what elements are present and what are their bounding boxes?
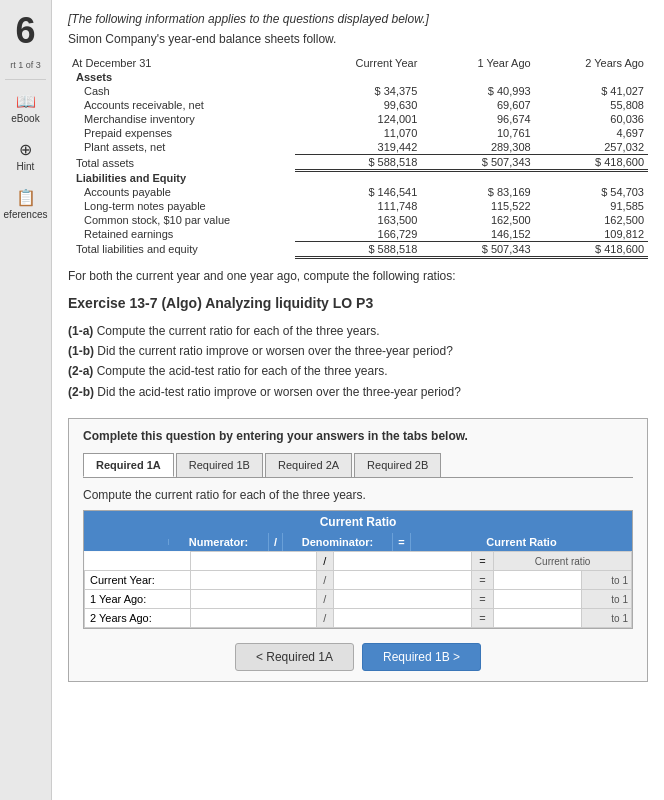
1yr-denom-input[interactable] xyxy=(339,593,466,605)
tab-req1a[interactable]: Required 1A xyxy=(83,453,174,477)
current-year-label: Current Year: xyxy=(85,571,191,590)
question-2b: (2-b) Did the acid-test ratio improve or… xyxy=(68,382,648,402)
q2b-text: Did the acid-test ratio improve or worse… xyxy=(97,385,461,399)
table-row-assets-header: Assets xyxy=(68,70,648,84)
total-liab-current: $ 588,518 xyxy=(295,241,422,257)
sidebar-item-ebook-label: eBook xyxy=(11,113,39,124)
plant-2yr: 257,032 xyxy=(535,140,648,155)
table-row-liab-header: Liabilities and Equity xyxy=(68,171,648,185)
1yr-result-cell[interactable] xyxy=(494,590,582,609)
current-year-numerator-input[interactable] xyxy=(196,574,310,586)
table-row-total-liab: Total liabilities and equity $ 588,518 $… xyxy=(68,241,648,257)
current-year-numerator-cell[interactable] xyxy=(191,571,316,590)
table-row-stock: Common stock, $10 par value 163,500 162,… xyxy=(68,213,648,227)
1yr-result-input[interactable] xyxy=(499,593,576,605)
ebook-icon: 📖 xyxy=(16,92,36,111)
tab-req2b[interactable]: Required 2B xyxy=(354,453,441,477)
tabs-row: Required 1A Required 1B Required 2A Requ… xyxy=(83,453,633,478)
q1a-text: Compute the current ratio for each of th… xyxy=(97,324,380,338)
current-year-result-cell[interactable] xyxy=(494,571,582,590)
empty-cell xyxy=(85,552,191,571)
sidebar-item-ebook[interactable]: 📖 eBook xyxy=(0,84,51,132)
2yr-tol: to 1 xyxy=(581,609,631,628)
tab-req1a-label: Required 1A xyxy=(96,459,161,471)
tab-req2a-label: Required 2A xyxy=(278,459,339,471)
q1a-label: (1-a) xyxy=(68,324,97,338)
liab-header: Liabilities and Equity xyxy=(68,171,295,185)
sidebar-divider xyxy=(5,79,46,80)
cash-1yr: $ 40,993 xyxy=(421,84,534,98)
current-year-denom-input[interactable] xyxy=(339,574,466,586)
current-year-denom-cell[interactable] xyxy=(334,571,472,590)
2yr-numerator-cell[interactable] xyxy=(191,609,316,628)
stock-current: 163,500 xyxy=(295,213,422,227)
prepaid-current: 11,070 xyxy=(295,126,422,140)
table-row-2yr-ago: 2 Years Ago: / = to 1 xyxy=(85,609,632,628)
subheader-empty xyxy=(84,539,169,545)
2yr-denom-input[interactable] xyxy=(339,612,466,624)
col-header-1yr: 1 Year Ago xyxy=(421,56,534,70)
table-row-current-year: Current Year: / = to 1 xyxy=(85,571,632,590)
ltnotes-1yr: 115,522 xyxy=(421,199,534,213)
table-row-header-note: / = Current ratio xyxy=(85,552,632,571)
2yr-result-cell[interactable] xyxy=(494,609,582,628)
sidebar-item-hint-label: Hint xyxy=(17,161,35,172)
ap-1yr: $ 83,169 xyxy=(421,185,534,199)
main-content: [The following information applies to th… xyxy=(52,0,664,800)
ratio-data-table: / = Current ratio Current Year: / = xyxy=(84,551,632,628)
subheader-denominator: Denominator: xyxy=(283,533,393,551)
current-year-eq: = xyxy=(471,571,494,590)
compute-text: Compute the current ratio for each of th… xyxy=(83,488,633,502)
nav-prev-button[interactable]: < Required 1A xyxy=(235,643,354,671)
questions-block: (1-a) Compute the current ratio for each… xyxy=(68,321,648,403)
info-text: [The following information applies to th… xyxy=(68,12,648,26)
inventory-2yr: 60,036 xyxy=(535,112,648,126)
table-row-total-assets: Total assets $ 588,518 $ 507,343 $ 418,6… xyxy=(68,155,648,171)
current-year-result-input[interactable] xyxy=(499,574,576,586)
complete-question-box: Complete this question by entering your … xyxy=(68,418,648,682)
2yr-denom-cell[interactable] xyxy=(334,609,472,628)
subheader-eq: = xyxy=(393,533,411,551)
sidebar-item-references[interactable]: 📋 eferences xyxy=(0,180,51,228)
q2b-label: (2-b) xyxy=(68,385,97,399)
question-2a: (2-a) Compute the acid-test ratio for ea… xyxy=(68,361,648,381)
2yr-eq: = xyxy=(471,609,494,628)
subheader-slash: / xyxy=(269,533,283,551)
prepaid-2yr: 4,697 xyxy=(535,126,648,140)
tab-req1b-label: Required 1B xyxy=(189,459,250,471)
1yr-label: 1 Year Ago: xyxy=(85,590,191,609)
2yr-result-input[interactable] xyxy=(499,612,576,624)
cash-2yr: $ 41,027 xyxy=(535,84,648,98)
tab-req2a[interactable]: Required 2A xyxy=(265,453,352,477)
2yr-slash: / xyxy=(316,609,334,628)
nav-next-button[interactable]: Required 1B > xyxy=(362,643,481,671)
2yr-numerator-input[interactable] xyxy=(196,612,310,624)
1yr-tol: to 1 xyxy=(581,590,631,609)
sidebar-item-hint[interactable]: ⊕ Hint xyxy=(0,132,51,180)
q1b-text: Did the current ratio improve or worsen … xyxy=(97,344,453,358)
inventory-current: 124,001 xyxy=(295,112,422,126)
col-header-2yr: 2 Years Ago xyxy=(535,56,648,70)
1yr-numerator-input[interactable] xyxy=(196,593,310,605)
total-assets-1yr: $ 507,343 xyxy=(421,155,534,171)
current-year-tol: to 1 xyxy=(581,571,631,590)
1yr-denom-cell[interactable] xyxy=(334,590,472,609)
subheader-numerator: Numerator: xyxy=(169,533,269,551)
stock-2yr: 162,500 xyxy=(535,213,648,227)
ratio-section-title: Current Ratio xyxy=(84,511,632,533)
simon-text: Simon Company's year-end balance sheets … xyxy=(68,32,648,46)
prepaid-label: Prepaid expenses xyxy=(68,126,295,140)
plant-current: 319,442 xyxy=(295,140,422,155)
col-header-label: At December 31 xyxy=(68,56,295,70)
complete-box-title: Complete this question by entering your … xyxy=(83,429,633,443)
numerator-header-cell xyxy=(191,552,316,571)
references-icon: 📋 xyxy=(16,188,36,207)
retained-label: Retained earnings xyxy=(68,227,295,242)
1yr-slash: / xyxy=(316,590,334,609)
inventory-1yr: 96,674 xyxy=(421,112,534,126)
rt-badge: rt 1 of 3 xyxy=(10,60,41,71)
tab-req1b[interactable]: Required 1B xyxy=(176,453,263,477)
table-row-cash: Cash $ 34,375 $ 40,993 $ 41,027 xyxy=(68,84,648,98)
col-header-current: Current Year xyxy=(295,56,422,70)
1yr-numerator-cell[interactable] xyxy=(191,590,316,609)
